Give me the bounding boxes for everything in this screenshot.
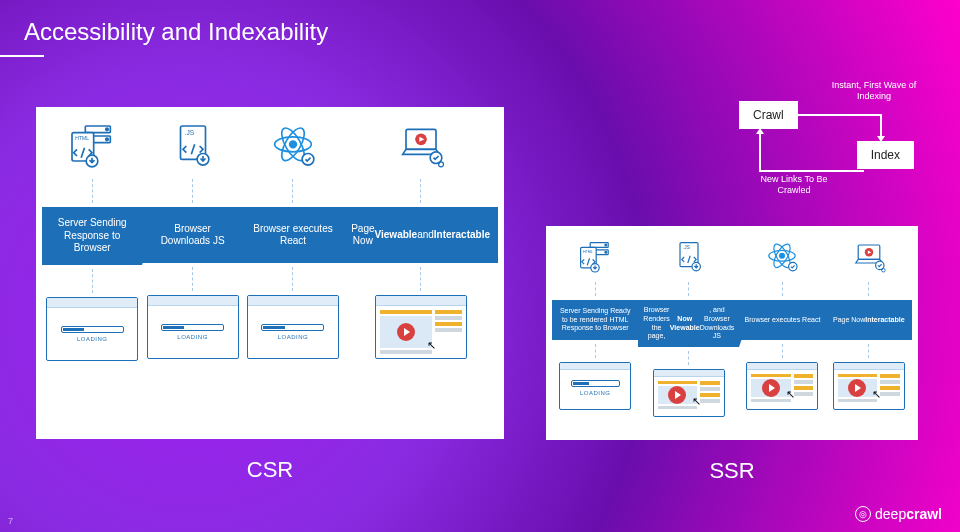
loading-browser-icon: LOADING: [147, 295, 239, 359]
laptop-icon: [851, 239, 887, 275]
crawl-index-bottom-label: New Links To Be Crawled: [744, 174, 844, 196]
loading-browser-icon: LOADING: [559, 362, 631, 410]
js-doc-icon: [671, 239, 707, 275]
csr-col-2: Browser Downloads JS LOADING: [142, 117, 242, 431]
html-doc-icon: [577, 239, 613, 275]
ssr-col-3: Browser executes React ↖: [739, 236, 825, 432]
react-icon: [764, 239, 800, 275]
crawl-box: Crawl: [739, 101, 798, 129]
loading-browser-icon: LOADING: [46, 297, 138, 361]
ssr-step-1: Server Sending Ready to be rendered HTML…: [552, 300, 638, 340]
csr-col-1: Server Sending Response to Browser LOADI…: [42, 117, 142, 431]
rendered-browser-icon: ↖: [746, 362, 818, 410]
ssr-label: SSR: [709, 458, 754, 484]
csr-label: CSR: [247, 457, 293, 483]
crawl-index-diagram: Instant, First Wave of Indexing Crawl In…: [714, 86, 914, 196]
title-underline: [0, 55, 44, 57]
brand-mark-icon: ◎: [855, 506, 871, 522]
loading-browser-icon: LOADING: [247, 295, 339, 359]
ssr-col-2: Browser Renders the page, Now Viewable, …: [638, 236, 739, 432]
rendered-browser-icon: ↖: [653, 369, 725, 417]
csr-step-1: Server Sending Response to Browser: [42, 207, 142, 265]
ssr-step-2: Browser Renders the page, Now Viewable, …: [638, 300, 739, 347]
brand-logo: ◎ deepcrawl: [855, 506, 942, 522]
laptop-icon: [396, 121, 446, 171]
index-box: Index: [857, 141, 914, 169]
slide-number: 7: [8, 516, 13, 526]
rendered-browser-icon: ↖: [833, 362, 905, 410]
csr-step-2: Browser Downloads JS: [142, 207, 242, 263]
csr-step-3: Browser executes React: [243, 207, 343, 263]
brand-text: deepcrawl: [875, 506, 942, 522]
csr-panel: Server Sending Response to Browser LOADI…: [36, 107, 504, 439]
ssr-step-4: Page Now Interactable: [826, 300, 912, 340]
js-doc-icon: [168, 121, 218, 171]
csr-col-3: Browser executes React LOADING: [243, 117, 343, 431]
html-doc-icon: [67, 121, 117, 171]
csr-step-4: Page Now Viewable and Interactable: [343, 207, 498, 263]
slide-title: Accessibility and Indexability: [24, 18, 328, 46]
ssr-col-4: Page Now Interactable ↖: [826, 236, 912, 432]
react-icon: [268, 121, 318, 171]
rendered-browser-icon: ↖: [375, 295, 467, 359]
crawl-index-top-label: Instant, First Wave of Indexing: [824, 80, 924, 102]
ssr-panel: Server Sending Ready to be rendered HTML…: [546, 226, 918, 440]
ssr-step-3: Browser executes React: [739, 300, 825, 340]
ssr-col-1: Server Sending Ready to be rendered HTML…: [552, 236, 638, 432]
csr-col-4: Page Now Viewable and Interactable ↖: [343, 117, 498, 431]
